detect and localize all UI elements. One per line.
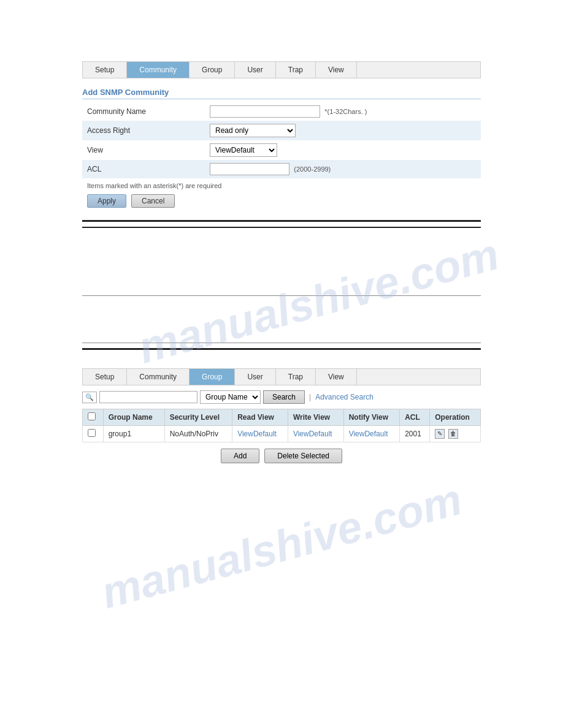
row-security-level: NoAuth/NoPriv [164, 426, 232, 442]
search-magnifier-icon: 🔍 [85, 393, 94, 401]
community-form-table: Community Name *(1-32Chars. ) Access Rig… [82, 102, 481, 178]
search-input[interactable] [99, 391, 197, 403]
bottom-buttons: Add Delete Selected [82, 449, 481, 463]
row-checkbox-cell [83, 426, 104, 442]
community-name-input[interactable] [210, 105, 320, 118]
form-title: Add SNMP Community [82, 88, 481, 99]
empty-area-2 [0, 301, 563, 338]
row-group-name: group1 [103, 426, 164, 442]
view-select[interactable]: ViewDefault [210, 143, 277, 157]
search-icon-box: 🔍 [82, 392, 97, 403]
bottom-nav-tabs: Setup Community Group User Trap View [82, 368, 481, 385]
view-cell: ViewDefault [205, 140, 481, 160]
col-notify-view: Notify View [343, 409, 399, 426]
row-checkbox[interactable] [88, 429, 96, 437]
col-write-view: Write View [288, 409, 343, 426]
row-write-view: ViewDefault [288, 426, 343, 442]
add-button[interactable]: Add [221, 449, 259, 463]
acl-row: ACL (2000-2999) [82, 160, 481, 178]
tab-view[interactable]: View [316, 62, 357, 78]
edit-icon[interactable]: ✎ [435, 429, 445, 439]
cancel-button[interactable]: Cancel [131, 194, 175, 208]
notify-view-link[interactable]: ViewDefault [349, 430, 388, 438]
search-button[interactable]: Search [263, 390, 305, 404]
acl-label: ACL [82, 160, 205, 178]
row-read-view: ViewDefault [232, 426, 288, 442]
col-group-name: Group Name [103, 409, 164, 426]
form-button-row: Apply Cancel [82, 194, 481, 208]
community-name-cell: *(1-32Chars. ) [205, 102, 481, 121]
tab-trap[interactable]: Trap [276, 62, 316, 78]
col-security-level: Security Level [164, 409, 232, 426]
bottom-tab-trap[interactable]: Trap [276, 369, 316, 385]
top-section: Setup Community Group User Trap View Add… [82, 61, 481, 208]
acl-input[interactable] [210, 163, 289, 175]
tab-empty [357, 62, 480, 78]
bottom-tab-empty [357, 369, 480, 385]
tab-user[interactable]: User [235, 62, 275, 78]
search-filter-select[interactable]: Group Name [200, 390, 261, 404]
required-note: Items marked with an asterisk(*) are req… [82, 182, 481, 189]
view-row: View ViewDefault [82, 140, 481, 160]
delete-icon[interactable]: 🗑 [448, 429, 458, 439]
empty-area-1 [0, 229, 563, 290]
col-checkbox [83, 409, 104, 426]
row-acl: 2001 [400, 426, 430, 442]
bottom-tab-user[interactable]: User [235, 369, 275, 385]
divider-3 [82, 295, 481, 296]
bottom-tab-group[interactable]: Group [190, 369, 235, 385]
tab-community[interactable]: Community [127, 62, 190, 78]
table-header-row: Group Name Security Level Read View Writ… [83, 409, 481, 426]
bottom-section: Setup Community Group User Trap View 🔍 G… [82, 368, 481, 463]
access-right-label: Access Right [82, 121, 205, 140]
pipe-separator: | [309, 393, 311, 401]
bottom-tab-view[interactable]: View [316, 369, 357, 385]
col-operation: Operation [430, 409, 481, 426]
divider-2 [82, 227, 481, 228]
divider-5 [82, 348, 481, 350]
write-view-link[interactable]: ViewDefault [293, 430, 332, 438]
add-snmp-community-form: Add SNMP Community Community Name *(1-32… [82, 88, 481, 208]
access-right-row: Access Right Read only Read write [82, 121, 481, 140]
tab-setup[interactable]: Setup [83, 62, 127, 78]
access-right-cell: Read only Read write [205, 121, 481, 140]
community-name-label: Community Name [82, 102, 205, 121]
access-right-select[interactable]: Read only Read write [210, 124, 296, 137]
col-acl: ACL [400, 409, 430, 426]
tab-group[interactable]: Group [190, 62, 235, 78]
apply-button[interactable]: Apply [87, 194, 126, 208]
advanced-search-link[interactable]: Advanced Search [315, 393, 373, 401]
divider-1 [82, 220, 481, 222]
group-table: Group Name Security Level Read View Writ… [82, 409, 481, 442]
page-wrapper: manualshive.com manualshive.com Setup Co… [0, 61, 563, 728]
acl-hint: (2000-2999) [294, 165, 331, 173]
select-all-checkbox[interactable] [88, 412, 96, 420]
divider-4 [82, 343, 481, 343]
bottom-tab-setup[interactable]: Setup [83, 369, 127, 385]
watermark2: manualshive.com [96, 474, 467, 618]
community-name-hint: *(1-32Chars. ) [324, 108, 367, 115]
col-read-view: Read View [232, 409, 288, 426]
top-nav-tabs: Setup Community Group User Trap View [82, 61, 481, 78]
acl-cell: (2000-2999) [205, 160, 481, 178]
table-row: group1 NoAuth/NoPriv ViewDefault ViewDef… [83, 426, 481, 442]
search-bar: 🔍 Group Name Search | Advanced Search [82, 390, 481, 404]
row-notify-view: ViewDefault [343, 426, 399, 442]
delete-selected-button[interactable]: Delete Selected [264, 449, 342, 463]
row-operation: ✎ 🗑 [430, 426, 481, 442]
read-view-link[interactable]: ViewDefault [237, 430, 277, 438]
bottom-tab-community[interactable]: Community [127, 369, 190, 385]
community-name-row: Community Name *(1-32Chars. ) [82, 102, 481, 121]
view-label: View [82, 140, 205, 160]
